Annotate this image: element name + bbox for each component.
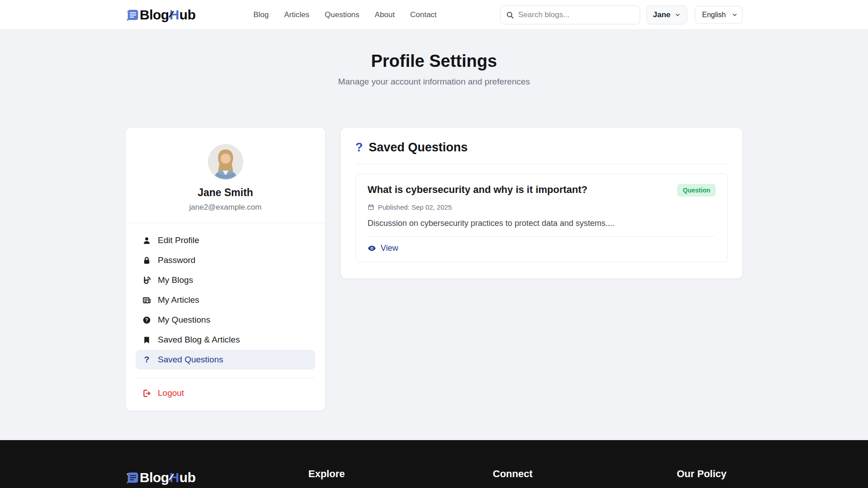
question-mark-icon: ? [355,141,363,155]
blog-icon [142,276,151,285]
nav-link-blog[interactable]: Blog [253,10,269,19]
menu-item-my-blogs[interactable]: My Blogs [136,270,315,290]
menu-item-label: My Articles [158,295,199,305]
avatar-photo [208,144,243,179]
search-icon [506,11,514,19]
main-content: Profile Settings Manage your account inf… [0,30,868,411]
page-title: Profile Settings [0,52,868,71]
question-mark-icon: ? [142,355,151,365]
footer-heading-our-policy: Our Policy [677,468,743,480]
eye-icon [368,244,376,253]
profile-summary: Jane Smith jane2@example.com [126,128,325,223]
calendar-icon [368,204,374,211]
chevron-down-icon [675,12,681,18]
menu-item-label: Edit Profile [158,235,199,245]
brand-logo[interactable]: BlogHub [125,7,195,23]
navbar: BlogHub Blog Articles Questions About Co… [0,0,868,30]
profile-menu: Edit Profile Password [126,223,325,371]
view-button[interactable]: View [368,244,398,253]
footer-heading-explore: Explore [308,468,493,480]
primary-nav: Blog Articles Questions About Contact [253,10,436,19]
menu-item-label: Saved Questions [158,355,223,365]
page-subtitle: Manage your account information and pref… [0,77,868,87]
search-box [500,5,640,24]
brand-text-prefix: Blog [140,7,169,23]
question-actions: View [368,236,716,254]
footer: BlogHub Explore Connect Our Policy [0,440,868,488]
menu-item-my-questions[interactable]: ? My Questions [136,310,315,330]
scroll-icon [125,470,141,485]
brand-text-prefix: Blog [140,470,169,485]
question-circle-icon: ? [142,316,151,324]
menu-item-saved-blog-articles[interactable]: Saved Blog & Articles [136,330,315,350]
saved-questions-header: ? Saved Questions [355,141,728,164]
search-input[interactable] [518,10,634,19]
question-published-text: Published: Sep 02, 2025 [378,203,452,211]
question-published: Published: Sep 02, 2025 [368,203,716,211]
logout-button[interactable]: Logout [126,378,325,411]
profile-card: Jane Smith jane2@example.com Edit Profil… [125,127,326,411]
pen-icon [168,473,175,482]
footer-heading-connect: Connect [493,468,677,480]
pen-icon [168,10,175,19]
nav-link-contact[interactable]: Contact [410,10,437,19]
footer-brand: BlogHub [125,470,308,485]
brand-text-suffix: ub [179,7,196,23]
saved-questions-card: ? Saved Questions What is cybersecurity … [340,127,743,279]
newspaper-icon [142,296,151,305]
svg-text:?: ? [145,318,148,323]
question-title: What is cybersecurity and why is it impo… [368,184,588,196]
profile-email: jane2@example.com [137,203,314,212]
avatar [208,144,243,179]
view-label: View [381,244,398,253]
user-icon [142,236,151,245]
logout-label: Logout [158,388,184,398]
saved-questions-heading: Saved Questions [369,141,468,155]
menu-item-label: Password [158,255,195,265]
lock-icon [142,256,151,265]
menu-item-my-articles[interactable]: My Articles [136,290,315,310]
menu-item-edit-profile[interactable]: Edit Profile [136,230,315,250]
brand-text-suffix: ub [179,470,196,485]
question-excerpt: Discussion on cybersecurity practices to… [368,219,716,228]
menu-item-label: My Questions [158,315,210,325]
logout-icon [142,389,151,398]
menu-item-label: Saved Blog & Articles [158,335,240,345]
user-menu-label: Jane [653,10,670,19]
nav-link-articles[interactable]: Articles [284,10,310,19]
menu-item-password[interactable]: Password [136,250,315,270]
nav-link-questions[interactable]: Questions [325,10,359,19]
menu-item-saved-questions[interactable]: ? Saved Questions [136,350,315,370]
bookmark-icon [142,336,151,344]
language-select[interactable]: English [695,6,743,24]
profile-name: Jane Smith [137,187,314,199]
user-menu-button[interactable]: Jane [646,5,687,24]
saved-question-item: What is cybersecurity and why is it impo… [355,174,728,262]
language-select-wrap: English [695,6,743,24]
question-type-badge: Question [677,184,716,197]
scroll-icon [125,7,141,23]
menu-item-label: My Blogs [158,275,193,285]
nav-link-about[interactable]: About [375,10,395,19]
